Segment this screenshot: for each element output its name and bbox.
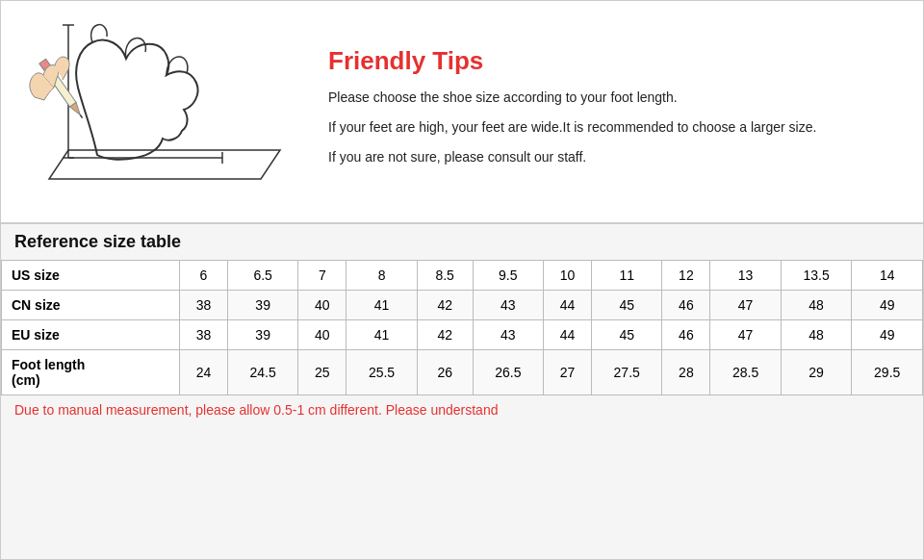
table-cell: 47 (710, 320, 782, 350)
table-row: US size 6 6.5 7 8 8.5 9.5 10 11 12 13 13… (2, 261, 923, 291)
cn-size-label: CN size (2, 291, 180, 320)
table-cell: 7 (298, 261, 346, 291)
disclaimer-text: Due to manual measurement, please allow … (1, 395, 923, 424)
table-cell: 44 (544, 320, 592, 350)
table-cell: 11 (591, 261, 662, 291)
table-title: Reference size table (1, 224, 923, 260)
svg-marker-0 (49, 150, 280, 179)
table-cell: 13.5 (781, 261, 852, 291)
eu-size-label: EU size (2, 320, 180, 350)
table-cell: 9.5 (473, 261, 544, 291)
table-cell: 46 (662, 291, 710, 320)
table-cell: 27 (544, 350, 592, 395)
us-size-label: US size (2, 261, 180, 291)
table-cell: 41 (346, 320, 418, 350)
table-cell: 45 (591, 291, 662, 320)
table-cell: 39 (227, 291, 298, 320)
table-cell: 25 (298, 350, 346, 395)
table-cell: 40 (298, 291, 346, 320)
table-cell: 44 (544, 291, 592, 320)
table-cell: 25.5 (346, 350, 418, 395)
table-cell: 49 (852, 291, 923, 320)
table-row: Foot length(cm) 24 24.5 25 25.5 26 26.5 … (2, 350, 923, 395)
table-cell: 29.5 (852, 350, 923, 395)
table-cell: 49 (852, 320, 923, 350)
table-cell: 43 (473, 291, 544, 320)
table-cell: 26.5 (473, 350, 544, 395)
table-cell: 39 (227, 320, 298, 350)
table-cell: 26 (417, 350, 473, 395)
table-cell: 8.5 (417, 261, 473, 291)
table-row: CN size 38 39 40 41 42 43 44 45 46 47 48… (2, 291, 923, 320)
table-cell: 40 (298, 320, 346, 350)
tips-content: Friendly Tips Please choose the shoe siz… (309, 11, 908, 213)
table-cell: 28 (662, 350, 710, 395)
table-cell: 29 (781, 350, 852, 395)
svg-line-9 (80, 115, 82, 117)
foot-illustration (11, 11, 309, 213)
size-table: US size 6 6.5 7 8 8.5 9.5 10 11 12 13 13… (1, 260, 923, 395)
table-cell: 41 (346, 291, 418, 320)
foot-length-label: Foot length(cm) (2, 350, 180, 395)
table-cell: 6.5 (227, 261, 298, 291)
main-container: Friendly Tips Please choose the shoe siz… (0, 0, 924, 560)
table-cell: 48 (781, 320, 852, 350)
table-cell: 6 (180, 261, 228, 291)
table-cell: 38 (180, 291, 228, 320)
table-cell: 28.5 (710, 350, 782, 395)
table-cell: 48 (781, 291, 852, 320)
table-cell: 42 (417, 320, 473, 350)
table-cell: 42 (417, 291, 473, 320)
tips-title: Friendly Tips (328, 46, 908, 76)
table-cell: 13 (710, 261, 782, 291)
table-cell: 47 (710, 291, 782, 320)
tips-line2: If your feet are high, your feet are wid… (328, 117, 908, 138)
table-section: Reference size table US size 6 6.5 7 8 8… (1, 224, 923, 559)
table-cell: 14 (852, 261, 923, 291)
table-cell: 12 (662, 261, 710, 291)
table-row: EU size 38 39 40 41 42 43 44 45 46 47 48… (2, 320, 923, 350)
table-cell: 10 (544, 261, 592, 291)
table-cell: 8 (346, 261, 418, 291)
tips-line3: If you are not sure, please consult our … (328, 147, 908, 167)
tips-line1: Please choose the shoe size according to… (328, 88, 908, 108)
table-cell: 43 (473, 320, 544, 350)
table-cell: 38 (180, 320, 228, 350)
table-cell: 45 (591, 320, 662, 350)
table-cell: 27.5 (591, 350, 662, 395)
table-cell: 24 (180, 350, 228, 395)
top-section: Friendly Tips Please choose the shoe siz… (1, 1, 923, 224)
table-cell: 46 (662, 320, 710, 350)
table-cell: 24.5 (227, 350, 298, 395)
